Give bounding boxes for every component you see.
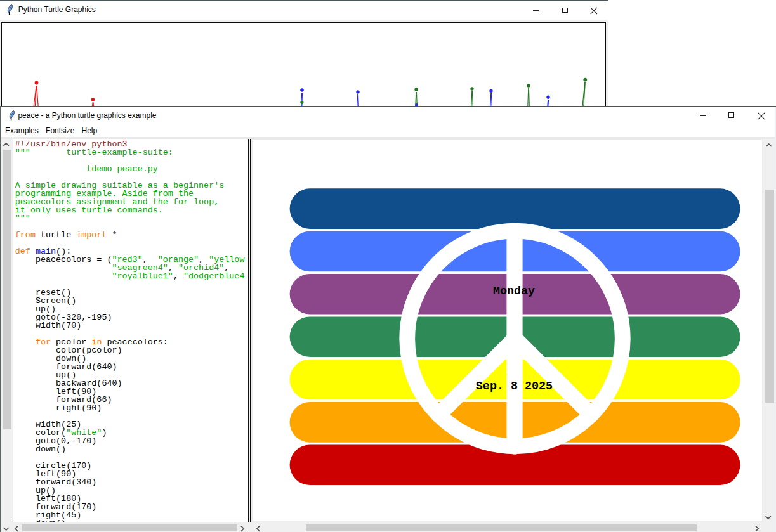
svg-text:Monday: Monday [493,285,535,298]
svg-text:Sep. 8 2025: Sep. 8 2025 [476,380,553,393]
